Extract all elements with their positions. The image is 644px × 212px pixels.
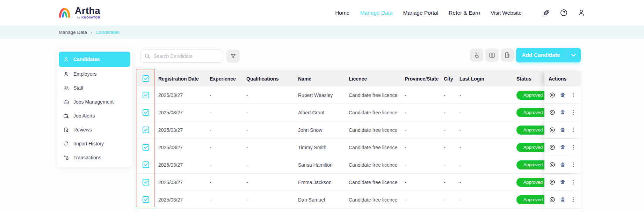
nav-visit-website[interactable]: Visit Website <box>491 10 522 16</box>
view-icon[interactable] <box>549 144 556 151</box>
cell-province-state: - <box>400 139 440 156</box>
impersonate-icon[interactable] <box>559 161 566 168</box>
nav-manage-data[interactable]: Manage Data <box>360 10 392 16</box>
briefcase-icon <box>63 99 69 105</box>
more-icon[interactable] <box>570 109 577 116</box>
user-icon <box>63 56 69 62</box>
view-icon[interactable] <box>549 109 556 116</box>
tap-button[interactable] <box>470 48 483 62</box>
cell-name: Sansa Hamilton <box>294 156 345 173</box>
cell-name: Timmy Smith <box>294 139 345 156</box>
impersonate-icon[interactable] <box>559 92 566 99</box>
search-candidate <box>140 50 222 63</box>
export-button[interactable] <box>501 48 514 62</box>
select-all-checkbox[interactable] <box>143 75 149 82</box>
view-icon[interactable] <box>549 196 556 203</box>
cell-experience: - <box>205 191 242 208</box>
search-icon <box>144 53 150 59</box>
column-header-province-state[interactable]: Province/State <box>400 71 440 86</box>
row-checkbox-cell <box>137 104 154 121</box>
cell-last-login: - <box>455 156 512 173</box>
cell-licence: Candidate free licence <box>345 86 400 104</box>
impersonate-icon[interactable] <box>559 144 566 151</box>
more-icon[interactable] <box>570 196 577 203</box>
impersonate-icon[interactable] <box>559 127 566 134</box>
row-checkbox[interactable] <box>143 144 149 151</box>
cell-actions <box>544 174 581 191</box>
cell-experience: - <box>205 104 242 121</box>
view-icon[interactable] <box>549 92 556 99</box>
add-candidate-dropdown-toggle[interactable] <box>566 48 581 62</box>
app-logo[interactable]: Artha by KNOVATOR <box>58 5 100 21</box>
add-candidate-button[interactable]: Add Candidate <box>516 48 566 62</box>
impersonate-icon[interactable] <box>559 109 566 116</box>
column-header-city[interactable]: City <box>440 71 455 86</box>
nav-home[interactable]: Home <box>335 10 349 16</box>
table-body: 2025/03/27 - - Rupert Weasley Candidate … <box>137 86 581 209</box>
filter-button[interactable] <box>226 50 240 63</box>
column-header-experience[interactable]: Experience <box>205 71 242 86</box>
cell-last-login: - <box>455 139 512 156</box>
more-icon[interactable] <box>570 161 577 168</box>
columns-icon <box>489 52 495 59</box>
column-header-licence[interactable]: Licence <box>345 71 400 86</box>
nav-refer-earn[interactable]: Refer & Earn <box>449 10 480 16</box>
help-icon[interactable] <box>559 9 568 17</box>
check-icon <box>144 146 148 149</box>
cell-city: - <box>440 174 455 191</box>
sidebar-item-label: Jobs Management <box>73 99 114 105</box>
sidebar-item-job-alerts[interactable]: Job Alerts <box>59 109 130 123</box>
column-header-name[interactable]: Name <box>294 71 345 86</box>
view-icon[interactable] <box>549 127 556 134</box>
sidebar-item-label: Staff <box>73 85 84 91</box>
view-icon[interactable] <box>549 179 556 186</box>
cell-registration-date: 2025/03/27 <box>154 139 205 156</box>
sidebar-item-candidates[interactable]: Candidates <box>59 52 130 67</box>
row-checkbox-cell <box>137 174 154 191</box>
check-icon <box>144 128 148 131</box>
columns-button[interactable] <box>485 48 499 62</box>
row-checkbox[interactable] <box>143 127 149 133</box>
brand-name: Artha <box>75 6 100 16</box>
sidebar-item-import-history[interactable]: Import History <box>59 137 130 151</box>
cell-experience: - <box>205 121 242 138</box>
row-checkbox-cell <box>137 121 154 138</box>
column-header-status[interactable]: Status <box>512 71 544 86</box>
cell-registration-date: 2025/03/27 <box>154 191 205 208</box>
sidebar-item-jobs-management[interactable]: Jobs Management <box>59 95 130 109</box>
chevron-down-icon <box>571 54 576 57</box>
cell-experience: - <box>205 86 242 104</box>
cell-experience: - <box>205 174 242 191</box>
search-input[interactable] <box>140 50 222 63</box>
row-checkbox-cell <box>137 139 154 156</box>
more-icon[interactable] <box>570 127 577 134</box>
row-checkbox[interactable] <box>143 179 149 186</box>
more-icon[interactable] <box>570 92 577 99</box>
sidebar-item-staff[interactable]: Staff <box>59 81 130 95</box>
row-checkbox[interactable] <box>143 161 149 168</box>
nav-manage-portal[interactable]: Manage Portal <box>403 10 439 16</box>
user-icon[interactable] <box>577 9 585 17</box>
cell-actions <box>544 121 581 138</box>
more-icon[interactable] <box>570 179 577 186</box>
cell-status: Approved <box>512 174 544 191</box>
more-icon[interactable] <box>570 144 577 151</box>
column-header-registration-date[interactable]: Registration Date <box>154 71 205 86</box>
cell-registration-date: 2025/03/27 <box>154 121 205 138</box>
sidebar-item-transactions[interactable]: $ Transactions <box>59 151 130 165</box>
sidebar-item-employers[interactable]: Employers <box>59 67 130 81</box>
row-checkbox[interactable] <box>143 109 149 116</box>
check-icon <box>144 93 148 97</box>
row-checkbox[interactable] <box>143 196 149 203</box>
column-header-qualifications[interactable]: Qualifications <box>242 71 294 86</box>
tap-icon <box>473 52 480 59</box>
breadcrumb-parent[interactable]: Manage Data <box>59 30 87 35</box>
column-header-last-login[interactable]: Last Login <box>455 71 512 86</box>
sidebar-item-reviews[interactable]: Reviews <box>59 123 130 137</box>
impersonate-icon[interactable] <box>559 179 566 186</box>
impersonate-icon[interactable] <box>559 196 566 203</box>
row-checkbox[interactable] <box>143 92 149 98</box>
row-checkbox-cell <box>137 86 154 104</box>
view-icon[interactable] <box>549 161 556 168</box>
rocket-icon[interactable] <box>542 9 550 17</box>
